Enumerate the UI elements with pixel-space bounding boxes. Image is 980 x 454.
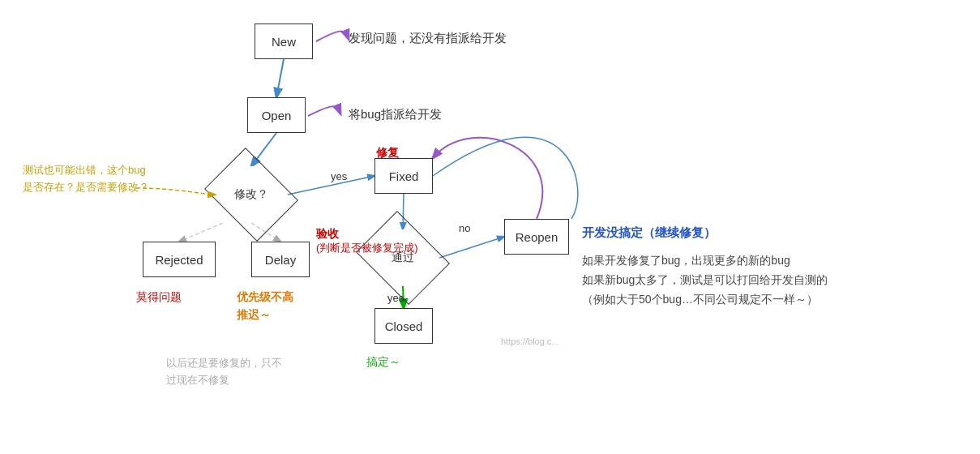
delay-longdesc: 以后还是要修复的，只不 过现在不修复	[166, 355, 282, 389]
delay-note: 优先级不高 推迟～	[237, 288, 293, 324]
svg-line-6	[179, 223, 223, 242]
node-fixed: Fixed	[374, 158, 433, 194]
svg-line-0	[276, 59, 284, 97]
watermark: https://blog.c...	[501, 335, 559, 349]
node-closed: Closed	[374, 308, 433, 344]
yellow-arrow-svg	[0, 0, 980, 454]
no-verify-label: no	[459, 221, 470, 237]
yes-verify-label: yes	[387, 290, 404, 306]
yellow-note: 测试也可能出错，这个bug 是否存在？是否需要修改？	[23, 162, 149, 196]
node-modify-diamond: 修改？	[215, 166, 288, 223]
reopen-desc: 如果开发修复了bug，出现更多的新的bug 如果新bug太多了，测试是可以打回给…	[582, 251, 828, 309]
svg-line-5	[439, 237, 504, 258]
flowchart-diagram: New Open 修改？ Fixed 通过 Rejected Delay Reo…	[0, 0, 980, 454]
fix-label: 修复	[376, 144, 399, 161]
node-delay: Delay	[251, 242, 310, 277]
closed-note: 搞定～	[366, 353, 400, 370]
node-new: New	[255, 24, 313, 59]
node-verify-diamond: 通过	[366, 229, 439, 286]
arrows-svg	[0, 0, 980, 454]
open-description: 将bug指派给开发	[349, 105, 442, 124]
yes-modify-label: yes	[331, 169, 347, 185]
new-description: 发现问题，还没有指派给开发	[349, 29, 507, 48]
rejected-note: 莫得问题	[136, 289, 182, 306]
node-open: Open	[247, 97, 306, 133]
node-reopen: Reopen	[504, 219, 569, 255]
node-rejected: Rejected	[143, 242, 216, 277]
reopen-title: 开发没搞定（继续修复）	[582, 224, 716, 242]
